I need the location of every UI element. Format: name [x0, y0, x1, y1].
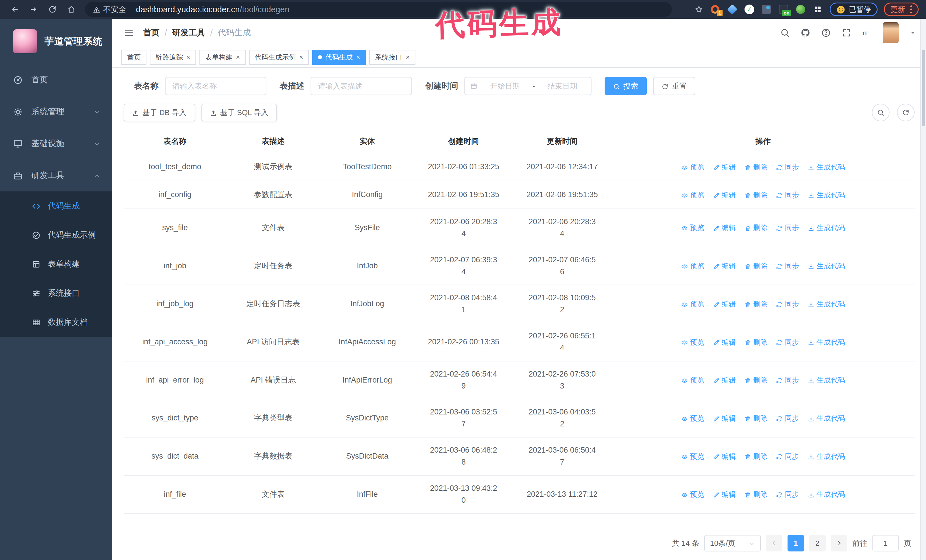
search-icon[interactable]	[780, 28, 790, 38]
generate-link[interactable]: 生成代码	[808, 162, 845, 173]
sync-link[interactable]: 同步	[776, 299, 799, 309]
sync-link[interactable]: 同步	[776, 337, 799, 348]
avatar-caret-down-icon[interactable]	[909, 29, 916, 36]
preview-link[interactable]: 预览	[681, 189, 704, 201]
ring-orange-icon[interactable]: 1	[710, 4, 721, 15]
edit-link[interactable]: 编辑	[713, 374, 736, 386]
delete-link[interactable]: 删除	[744, 451, 767, 462]
table-name-input[interactable]	[165, 77, 266, 95]
gem-blue-icon[interactable]	[726, 4, 738, 15]
next-page-button[interactable]	[831, 535, 847, 551]
close-icon[interactable]: ×	[299, 54, 303, 61]
close-icon[interactable]: ×	[406, 54, 410, 61]
fullscreen-icon[interactable]	[842, 28, 851, 38]
preview-link[interactable]: 预览	[681, 260, 704, 272]
sync-link[interactable]: 同步	[776, 413, 799, 424]
breadcrumb-item[interactable]: 首页	[143, 27, 160, 38]
breadcrumb-item[interactable]: 研发工具	[172, 27, 205, 38]
dark-on-icon[interactable]: on	[778, 4, 789, 15]
sidebar-subitem-表单构建[interactable]: 表单构建	[0, 249, 112, 279]
puzzle-icon[interactable]	[812, 4, 823, 15]
github-icon[interactable]	[800, 28, 810, 38]
sync-link[interactable]: 同步	[776, 222, 799, 233]
date-range-picker[interactable]: 开始日期 - 结束日期	[465, 77, 592, 95]
preview-link[interactable]: 预览	[681, 337, 704, 348]
back-icon[interactable]	[8, 2, 22, 17]
preview-link[interactable]: 预览	[681, 489, 704, 500]
tab-表单构建[interactable]: 表单构建×	[200, 50, 246, 65]
generate-link[interactable]: 生成代码	[808, 489, 845, 500]
sidebar-item-系统管理[interactable]: 系统管理	[0, 96, 112, 128]
edit-link[interactable]: 编辑	[713, 337, 736, 348]
page-scrollbar[interactable]	[920, 19, 926, 560]
preview-link[interactable]: 预览	[681, 299, 704, 309]
sync-link[interactable]: 同步	[776, 162, 799, 173]
user-avatar[interactable]	[883, 22, 899, 43]
page-button-2[interactable]: 2	[809, 535, 826, 551]
prev-page-button[interactable]	[766, 535, 782, 551]
sidebar-item-研发工具[interactable]: 研发工具	[0, 160, 112, 192]
delete-link[interactable]: 删除	[744, 337, 767, 348]
import-sql-button[interactable]: 基于 SQL 导入	[201, 104, 277, 121]
sidebar-item-首页[interactable]: 首页	[0, 64, 112, 96]
hamburger-icon[interactable]	[122, 26, 136, 39]
home-icon[interactable]	[64, 2, 79, 17]
browser-update-button[interactable]: 更新	[884, 3, 918, 16]
sync-link[interactable]: 同步	[776, 189, 799, 201]
edit-link[interactable]: 编辑	[713, 413, 736, 424]
forward-icon[interactable]	[26, 2, 41, 17]
tab-代码生成示例[interactable]: 代码生成示例×	[249, 50, 309, 65]
edit-link[interactable]: 编辑	[713, 260, 736, 272]
refresh-table-button[interactable]	[897, 104, 915, 121]
close-icon[interactable]: ×	[186, 54, 190, 61]
paused-extension-chip[interactable]: 已暂停	[830, 3, 878, 16]
frog-green-icon[interactable]	[795, 4, 806, 15]
edit-link[interactable]: 编辑	[713, 189, 736, 201]
search-button[interactable]: 搜索	[605, 77, 647, 95]
page-size-select[interactable]: 10条/页	[704, 535, 761, 551]
sync-link[interactable]: 同步	[776, 260, 799, 272]
sync-link[interactable]: 同步	[776, 374, 799, 386]
reload-icon[interactable]	[45, 2, 60, 17]
delete-link[interactable]: 删除	[744, 299, 767, 309]
goto-page-input[interactable]	[872, 535, 899, 551]
generate-link[interactable]: 生成代码	[808, 189, 845, 201]
generate-link[interactable]: 生成代码	[808, 299, 845, 309]
delete-link[interactable]: 删除	[744, 489, 767, 500]
edit-link[interactable]: 编辑	[713, 162, 736, 173]
preview-link[interactable]: 预览	[681, 451, 704, 462]
sidebar-logo[interactable]: 芋道管理系统	[0, 19, 112, 64]
font-size-icon[interactable]: tT	[862, 28, 872, 38]
preview-link[interactable]: 预览	[681, 374, 704, 386]
generate-link[interactable]: 生成代码	[808, 222, 845, 233]
menu-dots-icon[interactable]	[910, 5, 912, 14]
preview-link[interactable]: 预览	[681, 222, 704, 233]
generate-link[interactable]: 生成代码	[808, 260, 845, 272]
tab-链路追踪[interactable]: 链路追踪×	[150, 50, 196, 65]
delete-link[interactable]: 删除	[744, 260, 767, 272]
delete-link[interactable]: 删除	[744, 162, 767, 173]
tab-首页[interactable]: 首页	[121, 50, 147, 65]
generate-link[interactable]: 生成代码	[808, 413, 845, 424]
delete-link[interactable]: 删除	[744, 222, 767, 233]
sync-link[interactable]: 同步	[776, 451, 799, 462]
reset-button[interactable]: 重置	[653, 77, 695, 95]
page-button-1[interactable]: 1	[788, 535, 804, 551]
edit-link[interactable]: 编辑	[713, 489, 736, 500]
check-green-icon[interactable]: ✓	[744, 4, 755, 15]
tab-系统接口[interactable]: 系统接口×	[369, 50, 415, 65]
site-security[interactable]: 不安全	[93, 4, 126, 15]
help-icon[interactable]	[821, 28, 831, 38]
close-icon[interactable]: ×	[356, 54, 360, 61]
sidebar-subitem-数据库文档[interactable]: 数据库文档	[0, 308, 112, 337]
import-db-button[interactable]: 基于 DB 导入	[124, 104, 195, 121]
tab-代码生成[interactable]: 代码生成×	[312, 50, 366, 65]
sidebar-subitem-系统接口[interactable]: 系统接口	[0, 279, 112, 308]
sidebar-subitem-代码生成[interactable]: 代码生成	[0, 192, 112, 220]
sidebar-item-基础设施[interactable]: 基础设施	[0, 128, 112, 160]
drop-blue-icon[interactable]	[761, 4, 772, 15]
generate-link[interactable]: 生成代码	[808, 374, 845, 386]
sync-link[interactable]: 同步	[776, 489, 799, 500]
delete-link[interactable]: 删除	[744, 189, 767, 201]
edit-link[interactable]: 编辑	[713, 299, 736, 309]
